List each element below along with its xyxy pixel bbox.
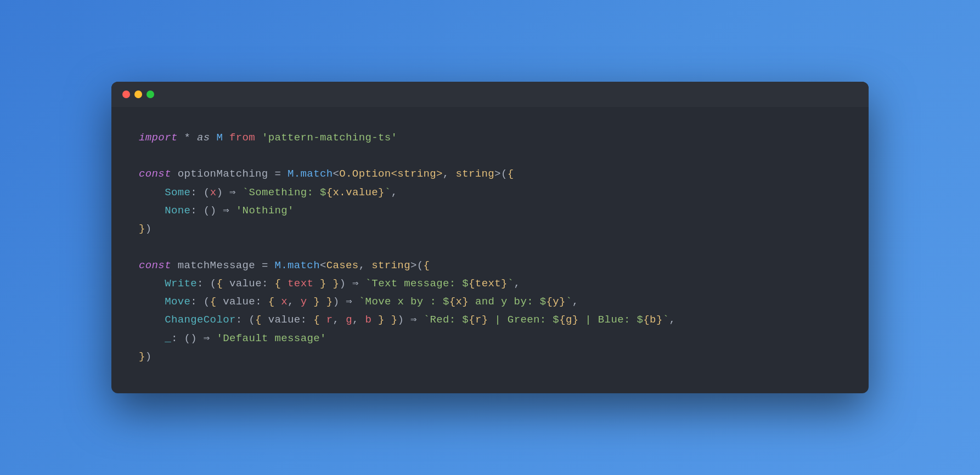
param-x: x	[210, 184, 217, 202]
template-3b: and y by: $	[469, 293, 546, 311]
code-line-6: } )	[139, 220, 841, 238]
brace-5: }	[320, 275, 326, 293]
brace-close-2: }	[139, 348, 145, 366]
interp-5: {r}	[469, 311, 488, 329]
punct-close-1: )	[145, 220, 152, 238]
maximize-button[interactable]	[147, 91, 154, 98]
keyword-const-1: const	[139, 165, 171, 183]
blank-line-1	[139, 147, 841, 165]
template-4b: | Green: $	[488, 311, 560, 329]
template-2: `Text message: $	[359, 275, 469, 293]
code-line-10: Move : ( { value: { x , y } } ) ⇒ `Move …	[139, 293, 841, 311]
brace-14: }	[391, 311, 398, 329]
indent-1	[139, 184, 165, 202]
prop-changecolor: ChangeColor	[165, 311, 236, 329]
brace-6: }	[333, 275, 340, 293]
interp-6: {g}	[559, 311, 578, 329]
space-3: value:	[216, 293, 268, 311]
type-string-2: string	[371, 257, 410, 275]
titlebar	[111, 82, 869, 107]
indent-3	[139, 275, 165, 293]
punct-colon-6: : ()	[171, 330, 204, 348]
brace-9: }	[313, 293, 320, 311]
code-window: import * as M from 'pattern-matching-ts'…	[111, 82, 869, 393]
code-line-12: _ : () ⇒ 'Default message'	[139, 330, 841, 348]
punct-paren-1: )	[216, 184, 229, 202]
close-button[interactable]	[122, 91, 130, 98]
template-4: `Red: $	[417, 311, 469, 329]
comma-rgb2: ,	[352, 311, 365, 329]
code-line-8: const matchMessage = M.match < Cases , s…	[139, 257, 841, 275]
punct-comma-1: ,	[443, 165, 456, 183]
brace-8: {	[268, 293, 275, 311]
punct-colon-3: : (	[197, 275, 216, 293]
param-b: b	[365, 311, 372, 329]
method-match-2: M.match	[274, 257, 319, 275]
operator-eq-2: =	[262, 257, 275, 275]
minimize-button[interactable]	[134, 91, 142, 98]
code-line-3: const optionMatching = M.match < O.Optio…	[139, 165, 841, 183]
arrow-5: ⇒	[410, 311, 417, 329]
space-4	[307, 293, 313, 311]
brace-3: {	[216, 275, 223, 293]
space-7	[371, 311, 378, 329]
template-2b: `	[508, 275, 514, 293]
keyword-from: from	[229, 129, 255, 147]
template-3: `Move x by : $	[352, 293, 449, 311]
template-4d: `	[663, 311, 669, 329]
module-name: M	[210, 129, 229, 147]
punct-paren-2: )	[339, 275, 352, 293]
arrow-4: ⇒	[346, 293, 352, 311]
punct-colon-2: : ()	[190, 202, 223, 220]
string-default: 'Default message'	[210, 330, 326, 348]
template-1: `Something: $	[236, 184, 326, 202]
brace-13: }	[378, 311, 385, 329]
space-2	[326, 275, 333, 293]
punct-comma-6: ,	[669, 311, 675, 329]
interp-3: {x}	[449, 293, 469, 311]
code-line-1: import * as M from 'pattern-matching-ts'	[139, 129, 841, 147]
arrow-2: ⇒	[223, 202, 229, 220]
prop-wildcard: _	[165, 330, 171, 348]
interp-4: {y}	[547, 293, 566, 311]
punct-colon-1: : (	[190, 184, 210, 202]
comma-xy: ,	[288, 293, 301, 311]
prop-write: Write	[165, 275, 197, 293]
param-text: text	[281, 275, 320, 293]
prop-none: None	[165, 202, 190, 220]
param-g: g	[346, 311, 352, 329]
interp-2: {text}	[469, 275, 508, 293]
comma-rgb1: ,	[333, 311, 346, 329]
punct-gt-2: >(	[410, 257, 424, 275]
indent-6	[139, 330, 165, 348]
keyword-as: as	[197, 129, 210, 147]
code-line-13: } )	[139, 348, 841, 366]
operator-eq-1: =	[274, 165, 288, 183]
brace-10: }	[326, 293, 333, 311]
param-y: y	[301, 293, 307, 311]
indent-4	[139, 293, 165, 311]
punct-colon-5: : (	[236, 311, 255, 329]
brace-close-1: }	[139, 220, 145, 238]
space-6: value:	[262, 311, 313, 329]
indent-5	[139, 311, 165, 329]
template-1b: `	[385, 184, 391, 202]
brace-4: {	[274, 275, 281, 293]
code-line-4: Some : ( x ) ⇒ `Something: $ {x.value} `…	[139, 184, 841, 202]
blank-line-2	[139, 238, 841, 256]
param-r: r	[320, 311, 333, 329]
brace-open-1: {	[508, 165, 514, 183]
punct-gt-1: >(	[494, 165, 508, 183]
code-line-5: None : () ⇒ 'Nothing'	[139, 202, 841, 220]
string-nothing: 'Nothing'	[229, 202, 294, 220]
type-option: O.Option<string>	[339, 165, 443, 183]
punct-colon-4: : (	[190, 293, 210, 311]
interp-7: {b}	[643, 311, 662, 329]
code-editor: import * as M from 'pattern-matching-ts'…	[111, 107, 869, 393]
brace-7: {	[210, 293, 217, 311]
space-8	[385, 311, 391, 329]
brace-open-2: {	[424, 257, 430, 275]
punct-paren-3: )	[333, 293, 346, 311]
param-x2: x	[275, 293, 288, 311]
operator-space1: *	[178, 129, 197, 147]
